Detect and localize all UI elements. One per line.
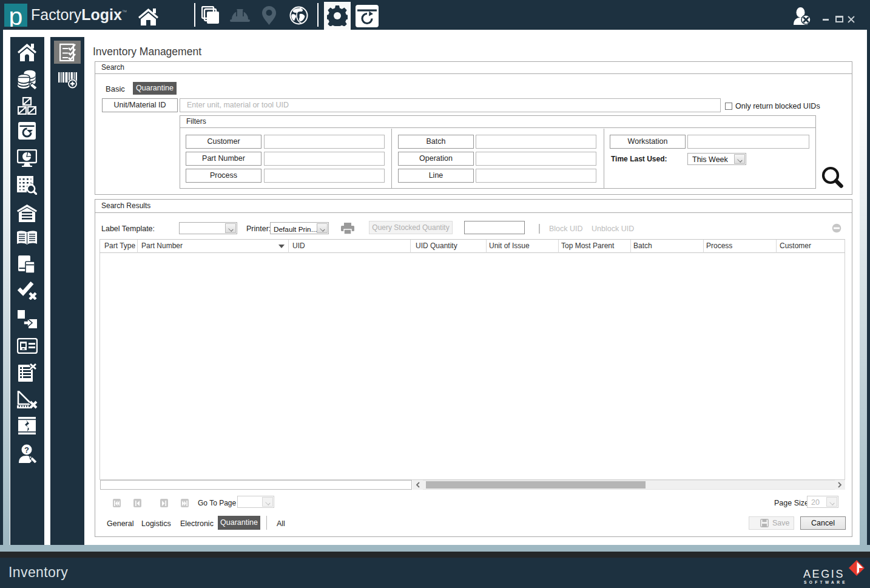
svg-text:AEGIS: AEGIS: [803, 568, 845, 580]
svg-text:?: ?: [24, 445, 29, 455]
svg-text:SOFTWARE: SOFTWARE: [804, 580, 848, 584]
